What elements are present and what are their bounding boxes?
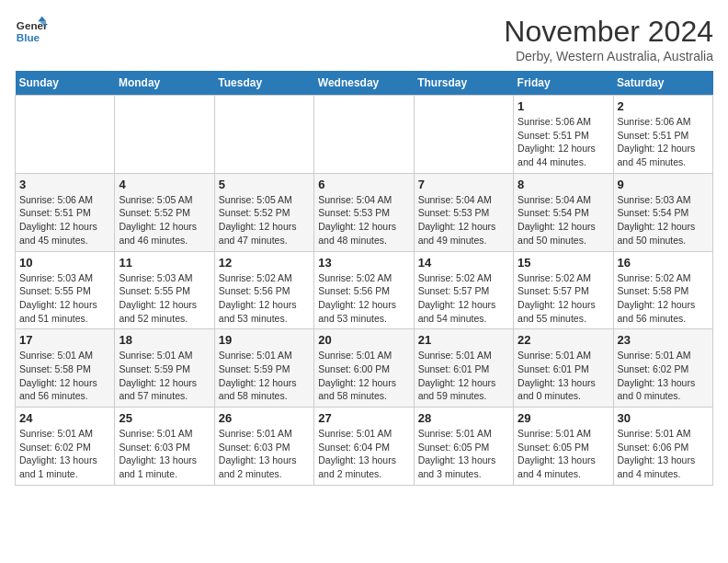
day-info: Sunrise: 5:06 AMSunset: 5:51 PMDaylight:… xyxy=(19,193,110,247)
calendar-cell: 3Sunrise: 5:06 AMSunset: 5:51 PMDaylight… xyxy=(16,173,115,251)
day-number: 27 xyxy=(318,411,409,425)
calendar-cell: 4Sunrise: 5:05 AMSunset: 5:52 PMDaylight… xyxy=(115,173,214,251)
day-info: Sunrise: 5:06 AMSunset: 5:51 PMDaylight:… xyxy=(618,115,709,169)
day-info: Sunrise: 5:01 AMSunset: 6:04 PMDaylight:… xyxy=(318,427,409,481)
day-number: 7 xyxy=(418,178,509,191)
day-number: 1 xyxy=(518,99,609,113)
day-info: Sunrise: 5:03 AMSunset: 5:55 PMDaylight:… xyxy=(19,271,110,326)
calendar-cell: 17Sunrise: 5:01 AMSunset: 5:58 PMDayligh… xyxy=(16,329,115,408)
day-info: Sunrise: 5:04 AMSunset: 5:54 PMDaylight:… xyxy=(518,193,609,247)
col-thursday: Thursday xyxy=(414,71,513,96)
day-info: Sunrise: 5:01 AMSunset: 6:01 PMDaylight:… xyxy=(518,349,609,403)
calendar-cell xyxy=(314,96,414,174)
calendar-cell: 1Sunrise: 5:06 AMSunset: 5:51 PMDaylight… xyxy=(514,96,613,174)
calendar-cell: 28Sunrise: 5:01 AMSunset: 6:05 PMDayligh… xyxy=(414,408,513,486)
calendar-cell xyxy=(414,96,513,174)
calendar-cell: 25Sunrise: 5:01 AMSunset: 6:03 PMDayligh… xyxy=(115,408,214,486)
day-info: Sunrise: 5:01 AMSunset: 6:05 PMDaylight:… xyxy=(518,427,609,481)
col-tuesday: Tuesday xyxy=(214,71,313,96)
day-info: Sunrise: 5:06 AMSunset: 5:51 PMDaylight:… xyxy=(518,115,609,169)
title-area: November 2024 Derby, Western Australia, … xyxy=(504,15,713,63)
calendar-cell xyxy=(214,96,313,174)
day-number: 23 xyxy=(618,333,709,347)
week-row-2: 3Sunrise: 5:06 AMSunset: 5:51 PMDaylight… xyxy=(16,173,713,251)
day-info: Sunrise: 5:01 AMSunset: 6:03 PMDaylight:… xyxy=(219,427,310,481)
day-info: Sunrise: 5:05 AMSunset: 5:52 PMDaylight:… xyxy=(119,193,210,247)
day-number: 14 xyxy=(418,256,509,270)
day-number: 19 xyxy=(219,333,310,347)
day-number: 28 xyxy=(418,411,509,425)
calendar-cell: 12Sunrise: 5:02 AMSunset: 5:56 PMDayligh… xyxy=(214,251,313,329)
day-info: Sunrise: 5:04 AMSunset: 5:53 PMDaylight:… xyxy=(318,193,409,247)
calendar-cell: 22Sunrise: 5:01 AMSunset: 6:01 PMDayligh… xyxy=(514,329,613,408)
col-sunday: Sunday xyxy=(16,71,115,96)
col-wednesday: Wednesday xyxy=(314,71,414,96)
day-info: Sunrise: 5:03 AMSunset: 5:54 PMDaylight:… xyxy=(618,193,709,247)
day-number: 26 xyxy=(219,411,310,425)
calendar-cell: 21Sunrise: 5:01 AMSunset: 6:01 PMDayligh… xyxy=(414,329,513,408)
day-number: 29 xyxy=(518,411,609,425)
col-monday: Monday xyxy=(115,71,214,96)
calendar-table: Sunday Monday Tuesday Wednesday Thursday… xyxy=(15,71,713,486)
calendar-header-row: Sunday Monday Tuesday Wednesday Thursday… xyxy=(16,71,713,96)
calendar-cell xyxy=(16,96,115,174)
calendar-cell: 5Sunrise: 5:05 AMSunset: 5:52 PMDaylight… xyxy=(214,173,313,251)
location: Derby, Western Australia, Australia xyxy=(504,49,713,63)
calendar-cell: 8Sunrise: 5:04 AMSunset: 5:54 PMDaylight… xyxy=(514,173,613,251)
calendar-cell: 11Sunrise: 5:03 AMSunset: 5:55 PMDayligh… xyxy=(115,251,214,329)
calendar-cell: 27Sunrise: 5:01 AMSunset: 6:04 PMDayligh… xyxy=(314,408,414,486)
calendar-cell: 2Sunrise: 5:06 AMSunset: 5:51 PMDaylight… xyxy=(613,96,712,174)
logo-icon: General Blue xyxy=(15,15,48,48)
day-info: Sunrise: 5:01 AMSunset: 5:58 PMDaylight:… xyxy=(19,349,110,403)
day-info: Sunrise: 5:01 AMSunset: 6:01 PMDaylight:… xyxy=(418,349,509,403)
calendar-cell: 29Sunrise: 5:01 AMSunset: 6:05 PMDayligh… xyxy=(514,408,613,486)
day-info: Sunrise: 5:04 AMSunset: 5:53 PMDaylight:… xyxy=(418,193,509,247)
day-number: 4 xyxy=(119,178,210,191)
day-number: 3 xyxy=(19,178,110,191)
calendar-cell: 23Sunrise: 5:01 AMSunset: 6:02 PMDayligh… xyxy=(613,329,712,408)
calendar-cell: 24Sunrise: 5:01 AMSunset: 6:02 PMDayligh… xyxy=(16,408,115,486)
calendar-cell: 6Sunrise: 5:04 AMSunset: 5:53 PMDaylight… xyxy=(314,173,414,251)
day-info: Sunrise: 5:01 AMSunset: 5:59 PMDaylight:… xyxy=(219,349,310,403)
day-info: Sunrise: 5:02 AMSunset: 5:57 PMDaylight:… xyxy=(518,271,609,326)
calendar-cell: 10Sunrise: 5:03 AMSunset: 5:55 PMDayligh… xyxy=(16,251,115,329)
calendar-cell: 30Sunrise: 5:01 AMSunset: 6:06 PMDayligh… xyxy=(613,408,712,486)
calendar-cell: 16Sunrise: 5:02 AMSunset: 5:58 PMDayligh… xyxy=(613,251,712,329)
calendar-cell: 20Sunrise: 5:01 AMSunset: 6:00 PMDayligh… xyxy=(314,329,414,408)
week-row-4: 17Sunrise: 5:01 AMSunset: 5:58 PMDayligh… xyxy=(16,329,713,408)
day-number: 25 xyxy=(119,411,210,425)
day-info: Sunrise: 5:01 AMSunset: 6:03 PMDaylight:… xyxy=(119,427,210,481)
day-number: 17 xyxy=(19,333,110,347)
calendar-cell: 19Sunrise: 5:01 AMSunset: 5:59 PMDayligh… xyxy=(214,329,313,408)
day-info: Sunrise: 5:01 AMSunset: 6:02 PMDaylight:… xyxy=(618,349,709,403)
svg-text:Blue: Blue xyxy=(17,31,40,43)
week-row-1: 1Sunrise: 5:06 AMSunset: 5:51 PMDaylight… xyxy=(16,96,713,174)
calendar-cell: 9Sunrise: 5:03 AMSunset: 5:54 PMDaylight… xyxy=(613,173,712,251)
day-number: 12 xyxy=(219,256,310,270)
calendar-cell: 18Sunrise: 5:01 AMSunset: 5:59 PMDayligh… xyxy=(115,329,214,408)
day-number: 22 xyxy=(518,333,609,347)
day-number: 24 xyxy=(19,411,110,425)
col-saturday: Saturday xyxy=(613,71,712,96)
col-friday: Friday xyxy=(514,71,613,96)
day-number: 16 xyxy=(618,256,709,270)
day-number: 5 xyxy=(219,178,310,191)
day-info: Sunrise: 5:01 AMSunset: 6:05 PMDaylight:… xyxy=(418,427,509,481)
calendar-cell xyxy=(115,96,214,174)
calendar-cell: 26Sunrise: 5:01 AMSunset: 6:03 PMDayligh… xyxy=(214,408,313,486)
day-info: Sunrise: 5:01 AMSunset: 6:00 PMDaylight:… xyxy=(318,349,409,403)
week-row-3: 10Sunrise: 5:03 AMSunset: 5:55 PMDayligh… xyxy=(16,251,713,329)
day-info: Sunrise: 5:01 AMSunset: 5:59 PMDaylight:… xyxy=(119,349,210,403)
day-number: 15 xyxy=(518,256,609,270)
day-number: 13 xyxy=(318,256,409,270)
day-info: Sunrise: 5:05 AMSunset: 5:52 PMDaylight:… xyxy=(219,193,310,247)
day-info: Sunrise: 5:01 AMSunset: 6:02 PMDaylight:… xyxy=(19,427,110,481)
month-title: November 2024 xyxy=(504,15,713,49)
calendar-cell: 15Sunrise: 5:02 AMSunset: 5:57 PMDayligh… xyxy=(514,251,613,329)
day-number: 8 xyxy=(518,178,609,191)
day-number: 10 xyxy=(19,256,110,270)
calendar-cell: 7Sunrise: 5:04 AMSunset: 5:53 PMDaylight… xyxy=(414,173,513,251)
day-number: 20 xyxy=(318,333,409,347)
day-info: Sunrise: 5:02 AMSunset: 5:57 PMDaylight:… xyxy=(418,271,509,326)
page-header: General Blue November 2024 Derby, Wester… xyxy=(15,15,713,63)
